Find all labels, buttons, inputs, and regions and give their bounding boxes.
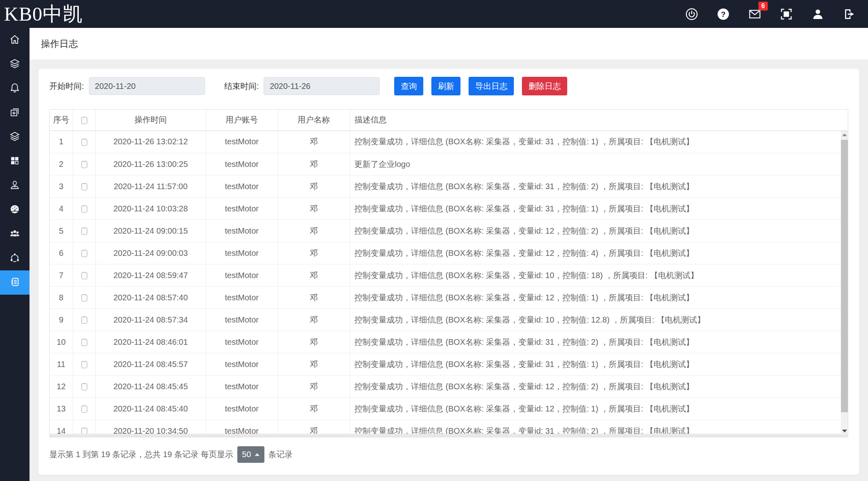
row-checkbox[interactable] <box>81 161 87 168</box>
row-checkbox[interactable] <box>81 183 87 190</box>
row-username: 邓 <box>278 198 350 220</box>
row-description: 控制变量成功，详细信息 (BOX名称: 采集器，变量id: 31，控制值: 2)… <box>350 331 848 353</box>
row-number: 2 <box>50 153 73 175</box>
table-row: 14 2020-11-20 10:34:50 testMotor 邓 控制变量成… <box>50 420 848 435</box>
top-bar: KB0中凯 ? 6 <box>0 0 868 28</box>
sidebar-item-stack[interactable] <box>0 125 30 149</box>
start-time-input[interactable] <box>89 77 205 95</box>
row-checkbox[interactable] <box>81 139 87 146</box>
end-time-input[interactable] <box>264 77 380 95</box>
row-time: 2020-11-24 08:46:01 <box>95 331 206 353</box>
grid-icon <box>9 155 20 168</box>
log-table-scroll-area: 1 2020-11-26 13:02:12 testMotor 邓 控制变量成功… <box>50 131 848 435</box>
row-time: 2020-11-24 08:45:45 <box>95 376 206 398</box>
row-checkbox-cell <box>73 198 95 220</box>
row-account: testMotor <box>206 242 278 264</box>
sidebar-item-account[interactable] <box>0 173 30 198</box>
row-checkbox-cell <box>73 153 95 175</box>
power-icon[interactable] <box>685 8 698 21</box>
row-username: 邓 <box>278 264 350 287</box>
row-username: 邓 <box>278 220 350 242</box>
row-checkbox-cell <box>73 175 95 198</box>
row-checkbox[interactable] <box>81 272 87 279</box>
row-account: testMotor <box>206 309 278 331</box>
help-icon[interactable]: ? <box>717 8 730 21</box>
stack-icon <box>9 131 20 143</box>
row-checkbox-cell <box>73 242 95 264</box>
row-checkbox[interactable] <box>81 361 87 368</box>
sidebar-item-layers[interactable] <box>0 52 30 76</box>
app-logo: KB0中凯 <box>4 0 83 28</box>
sidebar-nav <box>0 28 30 481</box>
sidebar-item-operation-log[interactable] <box>0 270 30 295</box>
sidebar-item-add-box[interactable] <box>0 101 30 125</box>
fullscreen-icon[interactable] <box>780 8 793 21</box>
select-all-checkbox[interactable] <box>81 117 87 124</box>
sidebar-item-gauge[interactable] <box>0 198 30 222</box>
table-row: 7 2020-11-24 08:59:47 testMotor 邓 控制变量成功… <box>50 264 848 287</box>
row-checkbox[interactable] <box>81 250 87 257</box>
row-description: 控制变量成功，详细信息 (BOX名称: 采集器，变量id: 31，控制值: 1)… <box>350 131 848 153</box>
scroll-down-arrow[interactable] <box>841 427 848 435</box>
row-checkbox[interactable] <box>81 294 87 302</box>
row-account: testMotor <box>206 264 278 287</box>
col-header-no: 序号 <box>50 110 73 131</box>
row-checkbox-cell <box>73 309 95 331</box>
caret-up-icon <box>255 453 260 456</box>
row-number: 8 <box>50 287 73 309</box>
sidebar-item-home[interactable] <box>0 28 30 52</box>
row-time: 2020-11-20 10:34:50 <box>95 420 206 435</box>
row-time: 2020-11-24 11:57:00 <box>95 175 206 198</box>
page-size-select[interactable]: 50 <box>237 446 264 463</box>
logout-icon[interactable] <box>843 8 856 21</box>
row-username: 邓 <box>278 153 350 175</box>
table-row: 4 2020-11-24 10:03:28 testMotor 邓 控制变量成功… <box>50 198 848 220</box>
svg-text:?: ? <box>721 10 725 18</box>
row-description: 控制变量成功，详细信息 (BOX名称: 采集器，变量id: 31，控制值: 2)… <box>350 175 848 198</box>
row-checkbox[interactable] <box>81 405 87 413</box>
row-time: 2020-11-24 08:57:34 <box>95 309 206 331</box>
table-row: 6 2020-11-24 09:00:03 testMotor 邓 控制变量成功… <box>50 242 848 264</box>
scroll-up-arrow[interactable] <box>841 131 848 138</box>
delete-log-button[interactable]: 删除日志 <box>522 77 567 95</box>
table-row: 1 2020-11-26 13:02:12 testMotor 邓 控制变量成功… <box>50 131 848 153</box>
table-row: 8 2020-11-24 08:57:40 testMotor 邓 控制变量成功… <box>50 287 848 309</box>
mail-badge: 6 <box>758 2 768 11</box>
row-description: 控制变量成功，详细信息 (BOX名称: 采集器，变量id: 12，控制值: 4)… <box>350 242 848 264</box>
col-header-desc: 描述信息 <box>350 110 848 131</box>
row-number: 1 <box>50 131 73 153</box>
row-account: testMotor <box>206 131 278 153</box>
sidebar-item-grid[interactable] <box>0 149 30 173</box>
export-log-button[interactable]: 导出日志 <box>469 77 514 95</box>
vertical-scrollbar[interactable] <box>841 131 848 435</box>
row-account: testMotor <box>206 220 278 242</box>
table-row: 2 2020-11-26 13:00:25 testMotor 邓 更新了企业l… <box>50 153 848 175</box>
main-content: 操作日志 开始时间: 结束时间: 查询 刷新 导出日志 删除日志 序号 操作时间 <box>30 28 868 481</box>
row-checkbox[interactable] <box>81 339 87 346</box>
row-time: 2020-11-24 09:00:03 <box>95 242 206 264</box>
title-bar: 操作日志 <box>30 28 868 59</box>
row-number: 11 <box>50 353 73 376</box>
scrollbar-thumb[interactable] <box>841 140 848 412</box>
share-network-icon <box>9 252 20 265</box>
row-checkbox[interactable] <box>81 383 87 390</box>
pagination-bar: 显示第 1 到第 19 条记录，总共 19 条记录 每页显示 50 条记录 <box>49 446 848 463</box>
log-table: 序号 操作时间 用户账号 用户名称 描述信息 1 2020-11-26 13:0… <box>49 109 848 437</box>
row-number: 5 <box>50 220 73 242</box>
row-checkbox[interactable] <box>81 316 87 324</box>
sidebar-item-share[interactable] <box>0 246 30 270</box>
row-account: testMotor <box>206 353 278 376</box>
row-checkbox[interactable] <box>81 205 87 213</box>
log-table-body: 1 2020-11-26 13:02:12 testMotor 邓 控制变量成功… <box>50 131 848 435</box>
sidebar-item-team[interactable] <box>0 222 30 246</box>
mail-icon[interactable]: 6 <box>748 8 761 21</box>
user-icon[interactable] <box>811 8 824 21</box>
table-row: 9 2020-11-24 08:57:34 testMotor 邓 控制变量成功… <box>50 309 848 331</box>
refresh-button[interactable]: 刷新 <box>431 77 460 95</box>
sidebar-item-alarm[interactable] <box>0 76 30 101</box>
row-time: 2020-11-26 13:00:25 <box>95 153 206 175</box>
horizontal-scrollbar-track[interactable] <box>50 434 848 437</box>
page-size-value: 50 <box>242 450 251 459</box>
query-button[interactable]: 查询 <box>394 77 423 95</box>
row-checkbox[interactable] <box>81 228 87 235</box>
